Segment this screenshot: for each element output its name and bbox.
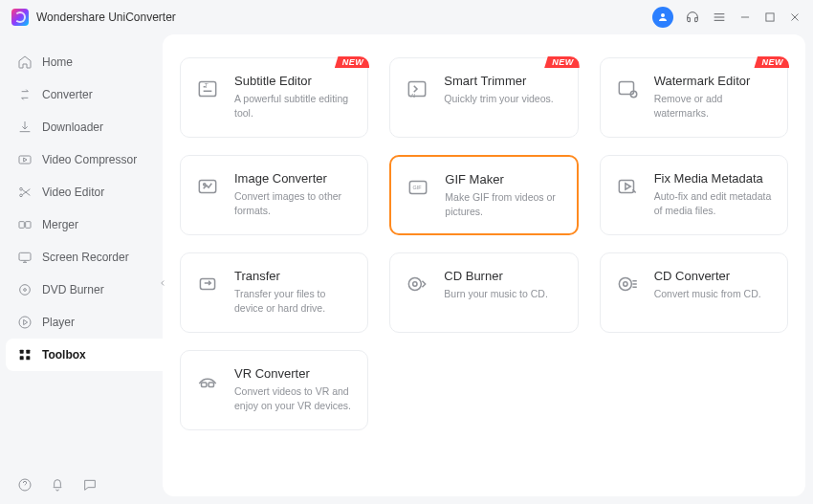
sidebar-item-label: Downloader (42, 121, 103, 134)
tool-title: CD Converter (654, 269, 774, 283)
tool-description: Auto-fix and edit metadata of media file… (654, 189, 774, 217)
tool-title: Fix Media Metadata (654, 171, 774, 186)
sidebar-item-merger[interactable]: Merger (0, 208, 163, 241)
tool-card-image-converter[interactable]: Image Converter Convert images to other … (180, 155, 368, 235)
svg-rect-0 (766, 13, 774, 21)
disc-icon (17, 282, 33, 297)
watermark-icon (614, 76, 641, 102)
svg-rect-12 (20, 356, 24, 360)
home-icon (17, 55, 33, 70)
svg-rect-6 (19, 252, 31, 260)
sidebar-item-video-compressor[interactable]: Video Compressor (0, 143, 163, 176)
menu-icon[interactable] (712, 10, 727, 25)
maximize-button[interactable] (763, 11, 777, 24)
sidebar-item-dvd-burner[interactable]: DVD Burner (0, 274, 163, 306)
tool-title: Subtitle Editor (234, 74, 354, 88)
tool-card-subtitle-editor[interactable]: NEW T Subtitle Editor A powerful subtitl… (180, 57, 368, 138)
tool-title: Watermark Editor (654, 74, 774, 88)
sidebar-item-label: Screen Recorder (42, 251, 129, 264)
new-badge: NEW (754, 56, 789, 68)
tool-card-fix-media-metadata[interactable]: Fix Media Metadata Auto-fix and edit met… (600, 155, 788, 235)
sidebar: Home Converter Downloader Video Compress… (0, 34, 163, 504)
svg-rect-13 (26, 356, 30, 360)
tool-title: CD Burner (444, 269, 563, 283)
smart-trimmer-icon: AI (404, 76, 430, 102)
screen-recorder-icon (17, 250, 33, 265)
svg-text:T: T (205, 82, 209, 89)
svg-rect-26 (200, 279, 214, 290)
user-avatar-button[interactable] (652, 7, 673, 28)
tool-card-watermark-editor[interactable]: NEW Watermark Editor Remove or add water… (600, 57, 788, 138)
subtitle-icon: T (194, 76, 221, 102)
tool-card-cd-burner[interactable]: CD Burner Burn your music to CD. (389, 252, 578, 333)
svg-text:AI: AI (411, 93, 416, 99)
tool-card-cd-converter[interactable]: CD Converter Convert music from CD. (600, 252, 788, 333)
sidebar-item-label: DVD Burner (42, 283, 104, 296)
headset-support-icon[interactable] (685, 10, 700, 25)
app-title: Wondershare UniConverter (36, 11, 176, 24)
svg-rect-5 (26, 222, 31, 229)
sidebar-item-toolbox[interactable]: Toolbox (6, 339, 163, 371)
svg-point-2 (20, 187, 23, 190)
new-badge: NEW (544, 56, 580, 68)
help-icon[interactable] (17, 477, 33, 493)
cd-converter-icon (614, 271, 641, 297)
close-button[interactable] (788, 11, 802, 24)
converter-icon (17, 87, 33, 102)
sidebar-item-label: Player (42, 316, 75, 329)
tool-description: A powerful subtitle editing tool. (234, 92, 354, 120)
svg-point-30 (623, 282, 626, 286)
app-logo-icon (11, 9, 29, 26)
tool-title: GIF Maker (445, 172, 562, 186)
tool-description: Make GIF from videos or pictures. (445, 190, 562, 218)
tool-card-transfer[interactable]: Transfer Transfer your files to device o… (180, 252, 368, 333)
feedback-icon[interactable] (82, 477, 98, 493)
sidebar-item-player[interactable]: Player (0, 306, 163, 339)
sidebar-item-downloader[interactable]: Downloader (0, 111, 163, 143)
svg-rect-31 (202, 383, 207, 386)
tool-card-vr-converter[interactable]: VR Converter Convert videos to VR and en… (180, 350, 368, 430)
minimize-button[interactable] (738, 11, 752, 24)
sidebar-item-label: Toolbox (42, 348, 86, 362)
svg-rect-32 (209, 383, 213, 386)
tool-title: Transfer (234, 269, 354, 283)
svg-rect-1 (19, 156, 31, 164)
svg-text:GIF: GIF (413, 185, 423, 190)
svg-point-9 (19, 317, 31, 328)
sidebar-item-label: Video Compressor (42, 153, 137, 166)
tool-title: Smart Trimmer (444, 74, 563, 88)
svg-point-29 (619, 278, 631, 291)
tool-title: Image Converter (234, 171, 354, 186)
tool-description: Remove or add watermarks. (654, 92, 774, 120)
merger-icon (17, 217, 33, 232)
tool-card-smart-trimmer[interactable]: NEW AI Smart Trimmer Quickly trim your v… (389, 57, 578, 138)
sidebar-item-home[interactable]: Home (0, 46, 163, 78)
sidebar-item-converter[interactable]: Converter (0, 78, 163, 111)
tool-description: Convert videos to VR and enjoy on your V… (234, 384, 354, 412)
vr-converter-icon (194, 368, 221, 395)
tool-description: Convert music from CD. (654, 287, 774, 301)
sidebar-item-screen-recorder[interactable]: Screen Recorder (0, 241, 163, 274)
compressor-icon (17, 152, 33, 167)
bell-icon[interactable] (50, 477, 65, 493)
tool-description: Transfer your files to device or hard dr… (234, 287, 354, 315)
svg-point-8 (24, 289, 27, 292)
transfer-icon (194, 271, 221, 297)
metadata-icon (614, 173, 641, 200)
sidebar-item-label: Converter (42, 88, 93, 101)
tool-description: Burn your music to CD. (444, 287, 563, 301)
scissors-icon (17, 185, 33, 200)
cd-burner-icon (404, 271, 430, 297)
new-badge: NEW (335, 56, 370, 68)
tool-card-gif-maker[interactable]: GIF GIF Maker Make GIF from videos or pi… (389, 155, 578, 235)
gif-maker-icon: GIF (405, 174, 431, 201)
svg-point-28 (413, 282, 417, 286)
image-converter-icon (194, 173, 221, 200)
svg-point-22 (204, 184, 206, 186)
sidebar-item-label: Video Editor (42, 186, 104, 199)
sidebar-collapse-button[interactable] (157, 272, 168, 295)
play-icon (17, 315, 33, 330)
content-area: NEW T Subtitle Editor A powerful subtitl… (163, 34, 805, 496)
svg-rect-10 (20, 350, 24, 354)
sidebar-item-video-editor[interactable]: Video Editor (0, 176, 163, 208)
